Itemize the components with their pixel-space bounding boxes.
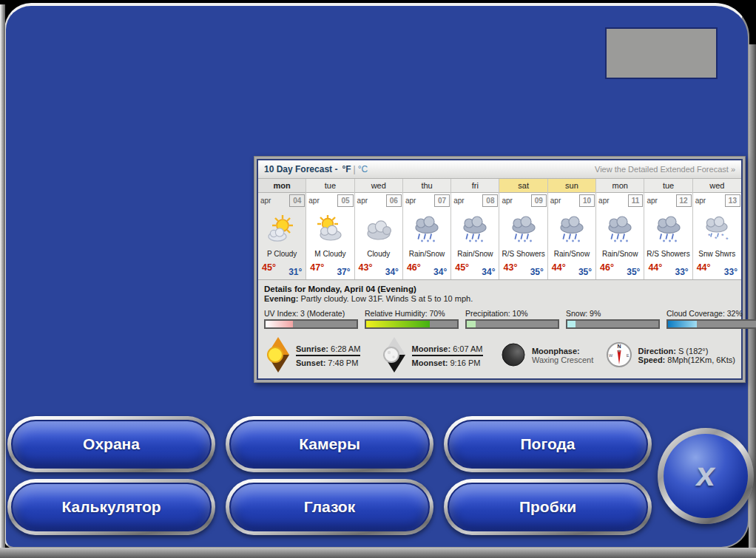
forecast-day-column[interactable]: fri apr 08 Rain/Snow 45° 34°: [451, 179, 499, 279]
meter-label: UV Index: 3 (Moderate): [264, 309, 358, 318]
condition-label: M Cloudy: [306, 250, 354, 262]
rain-snow-icon: [451, 208, 499, 250]
moonphase-value: Waxing Crescent: [532, 355, 593, 364]
sunrise-sunset-icon: [266, 336, 291, 375]
mostly-cloudy-icon: [306, 208, 354, 250]
forecast-day-column[interactable]: sun apr 10 Rain/Snow 44° 35°: [548, 179, 596, 279]
month-label: apr: [550, 197, 561, 205]
details-title: Details for Monday, April 04 (Evening): [264, 285, 735, 293]
date-label: 13: [725, 194, 740, 207]
forecast-day-column[interactable]: wed apr 06 Cloudy 43° 34°: [355, 179, 403, 279]
forecast-day-column[interactable]: sat apr 09 R/S Showers 43° 35°: [499, 179, 547, 279]
sunrise-line: Sunrise:6:28 AM: [296, 344, 360, 356]
condition-label: Rain/Snow: [451, 250, 499, 262]
forecast-days: mon apr 04 P Cloudy 45° 31° tue apr 05 M…: [258, 179, 741, 279]
condition-label: Rain/Snow: [596, 250, 644, 262]
high-temp: 44°: [552, 262, 566, 279]
peephole-button[interactable]: Глазок: [226, 479, 433, 535]
moonphase-icon: [500, 341, 527, 370]
partly-cloudy-icon: [258, 208, 306, 250]
meter-track: [465, 319, 559, 329]
day-name: wed: [693, 179, 741, 193]
condition-label: Rain/Snow: [548, 250, 595, 262]
weather-widget: 10 Day Forecast - °F|°C View the Detaile…: [254, 156, 746, 383]
low-temp: 34°: [433, 267, 447, 279]
cloudy-icon: [355, 208, 402, 250]
high-temp: 43°: [503, 262, 517, 279]
astro-row: Sunrise:6:28 AM Sunset:7:48 PM Moonrise:…: [264, 336, 735, 375]
cameras-button[interactable]: Камеры: [226, 416, 433, 472]
forecast-day-column[interactable]: wed apr 13 **** Snw Shwrs 44° 33°: [693, 179, 741, 279]
snow-showers-icon: ****: [693, 208, 741, 250]
date-label: 08: [482, 194, 498, 207]
forecast-day-column[interactable]: mon apr 11 Rain/Snow 46° 35°: [596, 179, 644, 279]
weather-meter: Precipitation: 10%: [465, 309, 559, 329]
meter-fill: [366, 321, 430, 327]
moonrise-moonset-icon: [382, 336, 407, 375]
date-label: 12: [676, 194, 692, 207]
meter-track: [365, 319, 459, 329]
month-label: apr: [453, 197, 464, 205]
svg-text:*: *: [721, 232, 724, 239]
weather-button[interactable]: Погода: [444, 416, 652, 472]
day-name: mon: [258, 179, 306, 193]
rain-snow-icon: [644, 208, 692, 250]
day-name: wed: [355, 179, 402, 193]
condition-label: R/S Showers: [644, 250, 692, 262]
weather-meter: Cloud Coverage: 32%: [666, 309, 756, 329]
rain-snow-icon: [548, 208, 595, 250]
month-label: apr: [357, 197, 368, 205]
condition-label: R/S Showers: [499, 250, 547, 262]
close-button[interactable]: x: [658, 428, 754, 524]
traffic-button[interactable]: Пробки: [444, 479, 652, 535]
forecast-day-column[interactable]: tue apr 05 M Cloudy 47° 37°: [306, 179, 354, 279]
forecast-day-column[interactable]: tue apr 12 R/S Showers 44° 33°: [644, 179, 692, 279]
sunset-line: Sunset:7:48 PM: [296, 358, 360, 367]
meter-fill: [467, 321, 476, 327]
high-temp: 46°: [600, 262, 614, 279]
low-temp: 34°: [385, 267, 399, 279]
high-temp: 43°: [359, 262, 373, 279]
day-name: sun: [548, 179, 595, 193]
day-name: tue: [306, 179, 354, 193]
meter-track: [666, 319, 756, 329]
day-name: thu: [403, 179, 450, 193]
forecast-day-column[interactable]: mon apr 04 P Cloudy 45° 31°: [258, 179, 306, 279]
calculator-button[interactable]: Калькулятор: [7, 479, 215, 535]
rain-snow-icon: [596, 208, 644, 250]
month-label: apr: [502, 197, 512, 205]
high-temp: 44°: [648, 262, 662, 279]
weather-meter: Snow: 9%: [566, 309, 660, 329]
direction-line: Direction:S (182°): [638, 347, 735, 355]
moonset-line: Moonset:9:16 PM: [412, 358, 483, 367]
date-label: 06: [386, 194, 402, 207]
condition-label: P Cloudy: [258, 250, 306, 262]
forecast-day-column[interactable]: thu apr 07 Rain/Snow 46° 34°: [403, 179, 451, 279]
weather-header: 10 Day Forecast - °F|°C View the Detaile…: [258, 160, 741, 179]
meter-fill: [567, 321, 576, 327]
meter-track: [566, 319, 660, 329]
meter-track: [264, 319, 358, 329]
month-label: apr: [260, 197, 271, 205]
low-temp: 37°: [337, 267, 350, 279]
meter-label: Snow: 9%: [566, 309, 660, 318]
high-temp: 45°: [455, 262, 469, 279]
month-label: apr: [647, 197, 657, 205]
day-name: mon: [596, 179, 644, 193]
bezel-bottom: [0, 548, 756, 558]
unit-fahrenheit-toggle[interactable]: °F: [342, 164, 351, 174]
high-temp: 45°: [262, 262, 276, 279]
high-temp: 47°: [310, 262, 324, 279]
date-label: 05: [337, 194, 353, 207]
weather-title: 10 Day Forecast -: [264, 164, 337, 174]
day-name: tue: [644, 179, 692, 193]
extended-forecast-link[interactable]: View the Detailed Extended Forecast »: [595, 165, 735, 174]
svg-text:*: *: [708, 232, 711, 239]
weather-meters: UV Index: 3 (Moderate) Relative Humidity…: [264, 309, 735, 329]
security-button[interactable]: Охрана: [7, 416, 215, 472]
svg-text:W: W: [609, 353, 613, 358]
date-label: 04: [289, 194, 305, 207]
condition-label: Rain/Snow: [403, 250, 450, 262]
unit-celsius-toggle[interactable]: °C: [358, 164, 368, 174]
date-label: 11: [628, 194, 644, 207]
